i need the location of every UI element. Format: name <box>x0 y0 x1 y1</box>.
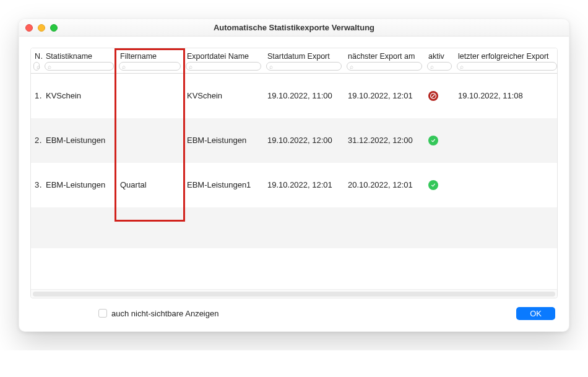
filter-input-letzter[interactable]: ⌕ <box>457 62 557 71</box>
search-icon: ⌕ <box>122 63 126 70</box>
status-active-icon <box>428 180 438 190</box>
filter-row: ⌕ ⌕ ⌕ ⌕ ⌕ ⌕ ⌕ ⌕ <box>31 62 558 74</box>
cell-startdatum: 19.10.2022, 12:00 <box>264 118 344 163</box>
traffic-lights <box>25 24 58 32</box>
cell-startdatum: 19.10.2022, 12:01 <box>264 163 344 207</box>
cell-naechster: 19.10.2022, 12:01 <box>344 74 425 118</box>
cell-filtername <box>116 74 183 118</box>
cell-naechster: 20.10.2022, 12:01 <box>344 163 425 207</box>
cell-letzter: 19.10.2022, 11:08 <box>454 74 558 118</box>
col-header-statistikname[interactable]: Statistikname <box>42 48 116 62</box>
status-active-icon <box>428 136 438 145</box>
checkbox-icon <box>98 309 107 318</box>
col-header-n[interactable]: N <box>31 48 42 62</box>
cell-aktiv <box>425 118 454 163</box>
search-icon: ⌕ <box>350 63 353 70</box>
cell-aktiv <box>425 163 454 207</box>
col-header-exportdatei[interactable]: Exportdatei Name <box>183 48 264 62</box>
filter-input-exportdatei[interactable]: ⌕ <box>186 62 261 71</box>
cell-statistikname: EBM-Leistungen <box>42 163 116 207</box>
status-inactive-icon <box>428 91 438 101</box>
col-header-startdatum[interactable]: Startdatum Export <box>264 48 344 62</box>
filter-input-startdatum[interactable]: ⌕ <box>266 62 342 71</box>
show-hidden-checkbox[interactable]: auch nicht-sichtbare Anzeigen <box>98 309 218 318</box>
ok-button[interactable]: OK <box>516 307 555 320</box>
col-header-letzter[interactable]: letzter erfolgreicher Export <box>454 48 558 62</box>
window: Automatische Statistikexporte Verwaltung… <box>19 19 569 332</box>
titlebar: Automatische Statistikexporte Verwaltung <box>19 19 569 37</box>
filter-input-aktiv[interactable]: ⌕ <box>427 62 452 71</box>
cell-exportdatei: EBM-Leistungen <box>183 118 264 163</box>
col-header-naechster[interactable]: nächster Export am <box>344 48 425 62</box>
table-row[interactable]: 3EBM-LeistungenQuartalEBM-Leistungen119.… <box>31 163 558 207</box>
search-icon: ⌕ <box>189 63 192 70</box>
empty-row <box>31 207 558 248</box>
scrollbar-thumb[interactable] <box>33 292 555 297</box>
table-row[interactable]: 1KVScheinKVSchein19.10.2022, 11:0019.10.… <box>31 74 558 118</box>
cell-aktiv <box>425 74 454 118</box>
cell-filtername: Quartal <box>116 163 183 207</box>
header-row: N Statistikname Filtername Exportdatei N… <box>31 48 558 62</box>
search-icon: ⌕ <box>48 63 51 70</box>
filter-input-naechster[interactable]: ⌕ <box>347 62 422 71</box>
cell-statistikname: EBM-Leistungen <box>42 118 116 163</box>
cell-startdatum: 19.10.2022, 11:00 <box>264 74 344 118</box>
search-icon: ⌕ <box>430 63 434 70</box>
horizontal-scrollbar[interactable] <box>31 289 557 298</box>
cell-statistikname: KVSchein <box>42 74 116 118</box>
cell-filtername <box>116 118 183 163</box>
footer: auch nicht-sichtbare Anzeigen OK <box>30 298 558 323</box>
svg-line-1 <box>432 94 435 97</box>
content: N Statistikname Filtername Exportdatei N… <box>19 37 569 331</box>
filter-input-statistikname[interactable]: ⌕ <box>45 62 114 71</box>
cell-letzter <box>454 163 558 207</box>
cell-exportdatei: KVSchein <box>183 74 264 118</box>
table-row[interactable]: 2EBM-LeistungenEBM-Leistungen19.10.2022,… <box>31 118 558 163</box>
minimize-icon[interactable] <box>38 24 45 32</box>
search-icon: ⌕ <box>269 63 273 70</box>
cell-letzter <box>454 118 558 163</box>
cell-exportdatei: EBM-Leistungen1 <box>183 163 264 207</box>
search-icon: ⌕ <box>37 63 40 70</box>
cell-n: 3 <box>31 163 42 207</box>
cell-naechster: 31.12.2022, 12:00 <box>344 118 425 163</box>
close-icon[interactable] <box>25 24 33 32</box>
col-header-aktiv[interactable]: aktiv <box>425 48 454 62</box>
window-title: Automatische Statistikexporte Verwaltung <box>19 23 569 32</box>
filter-input-filtername[interactable]: ⌕ <box>119 62 181 71</box>
search-icon: ⌕ <box>460 63 464 70</box>
cell-n: 1 <box>31 74 42 118</box>
zoom-icon[interactable] <box>50 24 58 32</box>
empty-row <box>31 248 558 289</box>
table-container: N Statistikname Filtername Exportdatei N… <box>30 48 558 298</box>
filter-input-n[interactable]: ⌕ <box>33 62 40 71</box>
cell-n: 2 <box>31 118 42 163</box>
exports-table: N Statistikname Filtername Exportdatei N… <box>31 48 558 289</box>
checkbox-label: auch nicht-sichtbare Anzeigen <box>111 309 218 318</box>
col-header-filtername[interactable]: Filtername <box>116 48 183 62</box>
